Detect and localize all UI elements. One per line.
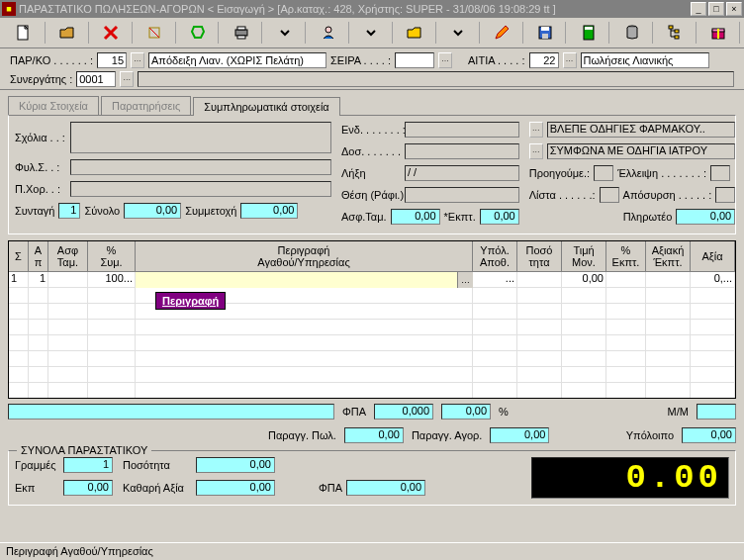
grid-body[interactable]: 1 1 100... … ... 0,00 0,... Περιγραφή (9, 272, 735, 398)
mm-value (697, 404, 736, 420)
thesi-box[interactable] (405, 187, 519, 203)
end-label: Ενδ. . . . . . . : (341, 124, 401, 136)
ell-box[interactable] (710, 165, 730, 181)
parko-picker[interactable]: … (131, 52, 144, 68)
col-s[interactable]: Σ (9, 241, 29, 271)
totals-legend: ΣΥΝΟΛΑ ΠΑΡΑΣΤΑΤΙΚΟΥ (17, 444, 151, 456)
chevron-down-icon-2[interactable] (351, 22, 393, 44)
minimize-button[interactable]: _ (691, 2, 706, 16)
syntagi-value: 1 (58, 203, 80, 219)
sxolia-box[interactable] (70, 122, 331, 153)
led-total: 0.00 (531, 457, 729, 499)
table-row[interactable] (9, 288, 735, 304)
print-button[interactable] (221, 22, 262, 44)
table-row[interactable]: 1 1 100... … ... 0,00 0,... (9, 272, 735, 288)
dos-box[interactable] (405, 143, 519, 159)
col-asftam[interactable]: Ασφ Ταμ. (48, 241, 88, 271)
col-ypol[interactable]: Υπόλ. Αποθ. (473, 241, 517, 271)
end-picker[interactable]: … (529, 122, 543, 138)
seira-picker[interactable]: … (438, 52, 452, 68)
col-desc[interactable]: Περιγραφή Αγαθού/Υπηρεσίας (136, 241, 473, 271)
cut-button[interactable] (135, 22, 176, 44)
svg-rect-10 (585, 27, 593, 30)
summary-desc (8, 404, 334, 420)
lista-label: Λίστα . . . . . .: (529, 189, 596, 201)
gift-button[interactable] (698, 22, 740, 44)
end-box[interactable] (405, 122, 519, 138)
cell-ypol: ... (473, 272, 517, 287)
seira-input[interactable] (395, 52, 434, 68)
folder-button[interactable] (395, 22, 436, 44)
recycle-button[interactable] (178, 22, 220, 44)
cell-desc[interactable]: … (136, 272, 473, 288)
tab-extra[interactable]: Συμπληρωματικά στοιχεία (193, 97, 340, 116)
edit-button[interactable] (482, 22, 523, 44)
col-poso[interactable]: Ποσό τητα (517, 241, 562, 271)
dos-label: Δοσ. . . . . . . : (341, 145, 401, 157)
tab-main[interactable]: Κύρια Στοιχεία (8, 96, 99, 115)
dos-desc: ΣΥΜΦΩΝΑ ΜΕ ΟΔΗΓΙΑ ΙΑΤΡΟΥ (547, 143, 736, 159)
tab-panel-extra: Σχόλια . . : Φυλ.Σ. . : Π.Χορ. . : Συντα… (8, 115, 736, 234)
svg-rect-12 (669, 26, 673, 29)
col-sym[interactable]: % Συμ. (88, 241, 136, 271)
save-button[interactable] (525, 22, 567, 44)
thesi-label: Θέση (Ράφι.): (341, 189, 401, 201)
plir-value: 0,00 (676, 209, 735, 225)
aitia-desc[interactable] (581, 52, 709, 68)
parko-input[interactable] (97, 52, 127, 68)
lixh-box[interactable]: / / (405, 165, 519, 181)
ell-label: Έλλειψη . . . . . . . : (617, 167, 706, 179)
pxor-box[interactable] (70, 181, 331, 197)
cell-ap: 1 (29, 272, 48, 287)
aitia-input[interactable] (529, 52, 559, 68)
cell-axia: 0,... (691, 272, 735, 287)
col-axia[interactable]: Αξία (691, 241, 735, 271)
chevron-down-icon-3[interactable] (438, 22, 480, 44)
svg-rect-2 (235, 30, 247, 36)
ekp-label: Εκπ (15, 482, 59, 494)
proi-box[interactable] (594, 165, 613, 181)
calc-button[interactable] (568, 22, 609, 44)
desc-picker[interactable]: … (457, 272, 473, 288)
svg-rect-3 (237, 27, 245, 30)
storage-button[interactable] (611, 22, 653, 44)
parko-desc[interactable] (148, 52, 326, 68)
maximize-button[interactable]: □ (708, 2, 724, 16)
aitia-picker[interactable]: … (563, 52, 577, 68)
ekpt-value: 0,00 (480, 209, 519, 225)
titlebar: ■ ΠΑΡΑΣΤΑΤΙΚΟ ΠΩΛΗΣΕΩΝ-ΑΓΟΡΩΝ < Εισαγωγή… (0, 0, 744, 18)
status-text: Περιγραφή Αγαθού/Υπηρεσίας (6, 545, 153, 557)
ekp-value: 0,00 (63, 480, 113, 496)
apos-box[interactable] (715, 187, 735, 203)
delete-button[interactable] (91, 22, 133, 44)
chevron-down-icon[interactable] (264, 22, 306, 44)
col-ekpt[interactable]: % Εκπτ. (606, 241, 646, 271)
synergatis-input[interactable] (76, 71, 116, 87)
kath-value: 0,00 (196, 480, 275, 496)
tab-notes[interactable]: Παρατηρήσεις (101, 96, 191, 115)
table-row[interactable] (9, 351, 735, 367)
col-ap[interactable]: Α π (29, 241, 48, 271)
tree-button[interactable] (655, 22, 697, 44)
new-doc-button[interactable] (4, 22, 46, 44)
items-grid: Σ Α π Ασφ Ταμ. % Συμ. Περιγραφή Αγαθού/Υ… (8, 240, 736, 399)
grammes-value: 1 (63, 457, 113, 473)
table-row[interactable] (9, 383, 735, 398)
close-button[interactable]: × (726, 2, 742, 16)
synergatis-picker[interactable]: … (120, 71, 134, 87)
table-row[interactable] (9, 367, 735, 383)
col-timi[interactable]: Τιμή Μον. (562, 241, 606, 271)
open-button[interactable] (47, 22, 89, 44)
table-row[interactable] (9, 304, 735, 320)
cell-sym: 100... (88, 272, 136, 287)
user-button[interactable] (308, 22, 349, 44)
fyls-box[interactable] (70, 159, 331, 175)
dos-picker[interactable]: … (529, 143, 543, 159)
table-row[interactable] (9, 320, 735, 335)
table-row[interactable] (9, 335, 735, 351)
col-axekpt[interactable]: Αξιακή Έκπτ. (646, 241, 691, 271)
fpa-value: 0,000 (374, 404, 433, 420)
totals-fieldset: ΣΥΝΟΛΑ ΠΑΡΑΣΤΑΤΙΚΟΥ Γραμμές 1 Ποσότητα 0… (8, 450, 736, 506)
lista-box[interactable] (600, 187, 619, 203)
kath-label: Καθαρή Αξία (123, 482, 192, 494)
